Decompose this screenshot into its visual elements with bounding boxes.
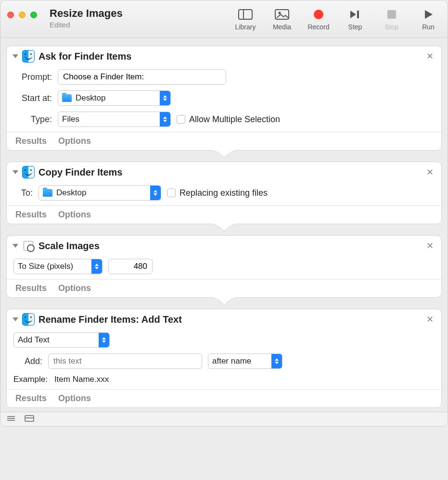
minimize-window-button[interactable] xyxy=(19,12,26,18)
chevrons-icon xyxy=(91,259,102,274)
results-button[interactable]: Results xyxy=(15,393,47,404)
remove-action-button[interactable]: ✕ xyxy=(424,314,435,325)
remove-action-button[interactable]: ✕ xyxy=(424,240,435,251)
preview-icon xyxy=(22,240,35,252)
action-ask-for-finder-items: Ask for Finder Items ✕ Prompt: Start at:… xyxy=(6,46,442,151)
play-icon xyxy=(423,8,434,21)
title-block: Resize Images Edited xyxy=(50,7,123,29)
record-icon xyxy=(313,8,324,21)
allow-multiple-label: Allow Multiple Selection xyxy=(189,114,280,125)
rename-mode-value: Add Text xyxy=(18,335,95,345)
action-copy-finder-items: Copy Finder Items ✕ To: Desktop Replacin… xyxy=(6,162,442,224)
results-button[interactable]: Results xyxy=(15,136,47,146)
window-controls xyxy=(7,12,37,18)
chevrons-icon xyxy=(150,186,161,200)
svg-rect-6 xyxy=(387,10,396,19)
connector xyxy=(4,224,444,235)
finder-icon xyxy=(22,166,35,178)
titlebar: Resize Images Edited Library Media Rec xyxy=(0,0,448,38)
chevrons-icon xyxy=(99,333,109,347)
document-title: Resize Images xyxy=(50,7,123,20)
position-value: after name xyxy=(212,356,268,366)
replace-existing-label: Replacing existing files xyxy=(179,188,268,198)
toolbar: Library Media Record Step xyxy=(233,8,441,31)
record-button[interactable]: Record xyxy=(306,8,331,31)
svg-rect-0 xyxy=(239,10,252,19)
step-icon xyxy=(349,8,361,21)
options-button[interactable]: Options xyxy=(58,283,91,293)
photo-icon xyxy=(275,8,289,21)
connector xyxy=(4,150,444,162)
start-at-popup[interactable]: Desktop xyxy=(58,90,171,106)
log-view-button[interactable] xyxy=(6,415,16,424)
scale-mode-value: To Size (pixels) xyxy=(18,262,88,271)
svg-point-3 xyxy=(279,12,281,14)
example-label: Example: xyxy=(13,375,48,384)
disclosure-toggle[interactable] xyxy=(13,317,18,321)
action-title: Ask for Finder Items xyxy=(38,51,131,62)
results-button[interactable]: Results xyxy=(15,210,47,220)
start-at-value: Desktop xyxy=(76,93,156,103)
rename-mode-popup[interactable]: Add Text xyxy=(13,332,110,348)
replace-existing-checkbox[interactable]: Replacing existing files xyxy=(167,188,268,198)
example-value: Item Name.xxx xyxy=(54,375,109,384)
stop-icon xyxy=(386,8,397,21)
run-button[interactable]: Run xyxy=(416,8,441,31)
finder-icon xyxy=(22,313,35,326)
prompt-label: Prompt: xyxy=(13,72,52,82)
to-label: To: xyxy=(13,188,33,198)
results-button[interactable]: Results xyxy=(15,283,47,293)
disclosure-toggle[interactable] xyxy=(13,170,18,174)
action-title: Copy Finder Items xyxy=(38,167,122,178)
media-button[interactable]: Media xyxy=(269,8,294,31)
folder-icon xyxy=(43,189,52,197)
status-bar xyxy=(0,412,448,426)
chevrons-icon xyxy=(160,91,170,105)
document-status: Edited xyxy=(50,21,123,29)
action-title: Scale Images xyxy=(38,240,100,252)
close-window-button[interactable] xyxy=(7,12,14,18)
to-popup[interactable]: Desktop xyxy=(38,185,161,201)
action-rename-finder-items: Rename Finder Items: Add Text ✕ Add Text… xyxy=(6,309,442,408)
workflow-area: Ask for Finder Items ✕ Prompt: Start at:… xyxy=(0,38,448,412)
type-value: Files xyxy=(62,114,156,124)
stop-button[interactable]: Stop xyxy=(379,8,404,31)
disclosure-toggle[interactable] xyxy=(13,244,18,248)
library-button[interactable]: Library xyxy=(233,8,258,31)
size-input[interactable] xyxy=(108,259,153,274)
sidebar-icon xyxy=(238,8,253,21)
add-text-input[interactable] xyxy=(48,354,202,369)
to-value: Desktop xyxy=(56,188,146,198)
svg-rect-5 xyxy=(357,11,359,18)
start-at-label: Start at: xyxy=(13,93,52,103)
scale-mode-popup[interactable]: To Size (pixels) xyxy=(13,259,102,274)
position-popup[interactable]: after name xyxy=(208,354,282,369)
action-title: Rename Finder Items: Add Text xyxy=(38,314,182,325)
disclosure-toggle[interactable] xyxy=(13,54,18,58)
automator-window: Resize Images Edited Library Media Rec xyxy=(0,0,448,427)
chevrons-icon xyxy=(160,112,170,126)
type-label: Type: xyxy=(13,114,52,125)
options-button[interactable]: Options xyxy=(58,210,91,220)
folder-icon xyxy=(62,94,72,102)
chevrons-icon xyxy=(271,354,282,368)
variables-view-button[interactable] xyxy=(25,415,34,424)
add-label: Add: xyxy=(13,356,42,366)
remove-action-button[interactable]: ✕ xyxy=(424,51,435,62)
allow-multiple-checkbox[interactable]: Allow Multiple Selection xyxy=(177,114,280,125)
options-button[interactable]: Options xyxy=(58,393,91,404)
svg-point-4 xyxy=(314,10,323,19)
zoom-window-button[interactable] xyxy=(30,12,37,18)
options-button[interactable]: Options xyxy=(58,136,91,146)
finder-icon xyxy=(22,50,35,63)
prompt-input[interactable] xyxy=(58,69,226,85)
connector xyxy=(4,297,444,309)
step-button[interactable]: Step xyxy=(343,8,368,31)
action-scale-images: Scale Images ✕ To Size (pixels) Results … xyxy=(6,235,442,298)
remove-action-button[interactable]: ✕ xyxy=(424,167,435,177)
type-popup[interactable]: Files xyxy=(58,112,171,127)
